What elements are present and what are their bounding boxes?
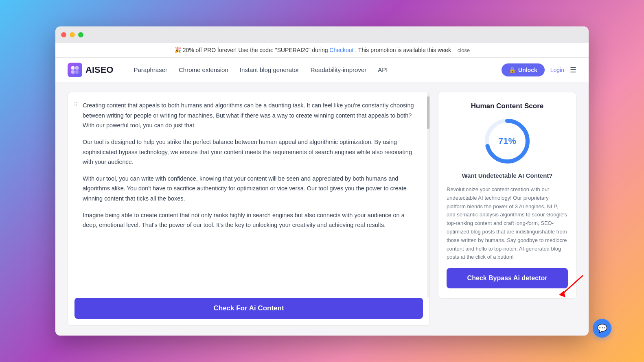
check-ai-content-button[interactable]: Check For Ai Content — [74, 298, 423, 319]
score-value: 71% — [498, 136, 516, 146]
score-title: Human Content Score — [471, 102, 544, 110]
browser-titlebar — [55, 26, 589, 43]
logo-icon — [68, 63, 82, 77]
maximize-button[interactable] — [78, 32, 83, 37]
paragraph-4: Imagine being able to create content tha… — [83, 210, 420, 230]
unlock-label: Unlock — [518, 67, 537, 73]
paragraph-1: Creating content that appeals to both hu… — [83, 100, 420, 131]
text-content[interactable]: Creating content that appeals to both hu… — [83, 100, 423, 290]
promo-link[interactable]: Checkout — [329, 47, 353, 53]
unlock-button[interactable]: 🔒 Unlock — [502, 63, 545, 76]
text-area-container: ⠿ Creating content that appeals to both … — [68, 92, 429, 298]
promo-bar: 🎉 20% off PRO forever! Use the code: "SU… — [55, 43, 589, 58]
close-button[interactable] — [61, 32, 66, 37]
left-panel: ⠿ Creating content that appeals to both … — [68, 92, 430, 326]
minimize-button[interactable] — [70, 32, 75, 37]
chat-bubble-button[interactable]: 💬 — [593, 319, 611, 338]
logo-text: AISEO — [85, 65, 113, 75]
svg-rect-3 — [75, 70, 79, 74]
menu-icon[interactable]: ☰ — [570, 65, 576, 74]
login-link[interactable]: Login — [550, 67, 564, 73]
paragraph-2: Our tool is designed to help you strike … — [83, 137, 420, 167]
scrollbar-thumb[interactable] — [427, 96, 429, 129]
promo-text: 🎉 20% off PRO forever! Use the code: "SU… — [174, 47, 330, 53]
svg-rect-2 — [71, 70, 74, 74]
nav-blog-generator[interactable]: Instant blog generator — [240, 66, 299, 73]
nav-actions: 🔒 Unlock Login ☰ — [502, 63, 576, 76]
want-undetectable-text: Want Undetectable AI Content? — [462, 172, 552, 179]
nav-readability[interactable]: Readability-improver — [311, 66, 367, 73]
promo-text2: . This promotion is available this week — [355, 47, 451, 53]
promo-close[interactable]: close — [458, 47, 470, 53]
nav-links: Paraphraser Chrome extension Instant blo… — [134, 66, 489, 73]
paragraph-3: With our tool, you can write with confid… — [83, 174, 420, 204]
score-circle: 71% — [483, 117, 532, 166]
description-text: Revolutionize your content creation with… — [447, 185, 568, 262]
nav-paraphraser[interactable]: Paraphraser — [134, 66, 167, 73]
check-bypass-button[interactable]: Check Bypass Ai detector — [447, 268, 568, 288]
svg-rect-0 — [71, 66, 74, 70]
nav-chrome-extension[interactable]: Chrome extension — [179, 66, 228, 73]
scrollbar-track — [427, 92, 429, 298]
right-panel: Human Content Score 71% Want Undetectabl… — [438, 92, 576, 299]
right-panel-wrapper: Human Content Score 71% Want Undetectabl… — [438, 92, 576, 326]
main-content: ⠿ Creating content that appeals to both … — [55, 82, 589, 336]
svg-rect-1 — [75, 66, 79, 70]
lock-icon: 🔒 — [509, 67, 516, 73]
browser-window: 🎉 20% off PRO forever! Use the code: "SU… — [55, 26, 589, 336]
nav-api[interactable]: API — [378, 66, 388, 73]
navbar: AISEO Paraphraser Chrome extension Insta… — [55, 58, 589, 82]
drag-handle-icon: ⠿ — [74, 101, 78, 108]
logo-area: AISEO — [68, 63, 113, 77]
